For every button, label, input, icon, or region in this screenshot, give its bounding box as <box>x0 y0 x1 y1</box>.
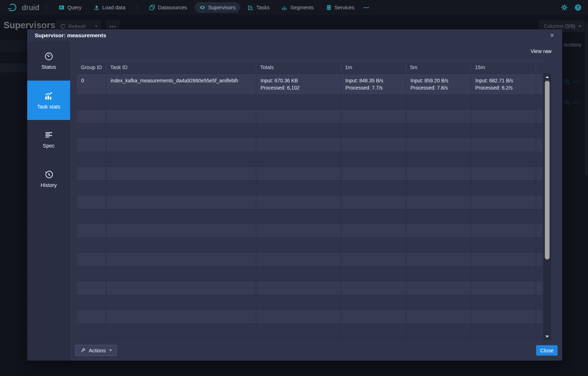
empty-row <box>77 266 543 281</box>
align-left-icon <box>44 131 53 140</box>
column-header: Totals <box>256 61 341 73</box>
empty-row <box>77 238 543 252</box>
empty-rows <box>77 95 543 338</box>
dialog-title: Supervisor: measurements <box>35 32 106 39</box>
empty-row <box>77 324 543 338</box>
nav-item-label: Datasources <box>158 5 187 10</box>
empty-row <box>77 109 543 123</box>
empty-row <box>77 223 543 238</box>
nav-item-label: Tasks <box>256 5 269 10</box>
dialog-footer: Actions Close <box>70 340 562 361</box>
console-icon <box>59 5 64 10</box>
nav-item-label: Load data <box>102 5 126 10</box>
nav-item-tasks[interactable]: Tasks <box>243 2 274 13</box>
brand-name: druid <box>22 3 39 12</box>
nav-item-segments[interactable]: Segments <box>277 2 318 13</box>
nav-divider <box>137 4 137 11</box>
nav-divider <box>47 4 47 11</box>
nav-item-services[interactable]: Services <box>321 2 359 13</box>
tab-task-stats[interactable]: Task stats <box>27 81 70 120</box>
nav-item-label: Supervisors <box>208 5 236 10</box>
tab-label: History <box>40 182 57 188</box>
view-raw-link[interactable]: View raw <box>530 48 551 54</box>
nav-right-icons: ? <box>561 4 583 11</box>
actions-label: Actions <box>89 348 106 353</box>
top-nav: druid Query Load data Datasources <box>0 0 588 15</box>
gantt-icon <box>248 5 253 10</box>
bar-chart-icon <box>282 5 287 10</box>
nav-item-label: Segments <box>290 5 314 10</box>
datasources-icon <box>149 5 155 10</box>
nav-more-icon[interactable]: ••• <box>360 3 372 13</box>
dialog-sidebar: Status Task stats Spe <box>27 41 70 361</box>
dialog-header: Supervisor: measurements ✕ <box>27 29 562 41</box>
druid-logo-icon <box>8 3 19 12</box>
eye-icon <box>199 5 205 10</box>
wrench-icon <box>80 348 86 353</box>
task-stats-table: Group ID Task ID Totals 1m 5m 15m 0 inde… <box>77 61 543 338</box>
tab-label: Spec <box>43 143 54 149</box>
table-scrollbar[interactable] <box>543 73 551 340</box>
nav-item-datasources[interactable]: Datasources <box>145 2 191 13</box>
empty-row <box>77 252 543 266</box>
tab-label: Status <box>41 64 56 70</box>
empty-row <box>77 95 543 109</box>
column-header: 1m <box>341 61 406 73</box>
scroll-up-arrow[interactable] <box>543 74 551 80</box>
history-icon <box>44 170 53 179</box>
empty-row <box>77 166 543 180</box>
nav-item-label: Services <box>335 5 355 10</box>
empty-row <box>77 123 543 138</box>
empty-row <box>77 195 543 209</box>
chevron-down-icon <box>109 350 112 351</box>
timeline-bar-chart-icon <box>44 91 53 101</box>
nav-item-label: Query <box>67 5 82 10</box>
column-header: Task ID <box>106 61 256 73</box>
actions-button[interactable]: Actions <box>75 345 117 356</box>
help-icon[interactable]: ? <box>574 4 582 11</box>
table-header-row: Group ID Task ID Totals 1m 5m 15m <box>77 61 543 73</box>
nav-item-query[interactable]: Query <box>54 2 86 13</box>
gear-icon[interactable] <box>561 4 568 11</box>
rate-1m-cell: Input: 848.35 B/s Processed: 7.7/s <box>341 74 406 95</box>
close-button[interactable]: Close <box>536 345 558 356</box>
table-row: 0 index_kafka_measurements_da4a92860e55e… <box>77 73 543 95</box>
empty-row <box>77 281 543 295</box>
tab-label: Task stats <box>37 104 60 110</box>
empty-row <box>77 209 543 223</box>
nav-item-load-data[interactable]: Load data <box>89 2 130 13</box>
scroll-down-arrow[interactable] <box>543 334 551 339</box>
druid-logo: druid <box>8 3 39 12</box>
svg-text:?: ? <box>577 5 579 10</box>
close-icon[interactable]: ✕ <box>548 31 556 39</box>
task-id-cell: index_kafka_measurements_da4a92860e55e5f… <box>106 74 256 95</box>
rate-15m-cell: Input: 682.71 B/s Processed: 6.2/s <box>471 74 536 95</box>
empty-row <box>77 138 543 152</box>
column-header: Group ID <box>77 61 106 73</box>
totals-cell: Input: 670.36 KB Processed: 6,102 <box>256 74 341 95</box>
database-icon <box>326 5 332 10</box>
column-header: 15m <box>471 61 536 73</box>
tab-history[interactable]: History <box>27 159 70 199</box>
empty-row <box>77 180 543 195</box>
group-id-cell: 0 <box>77 74 106 95</box>
rate-5m-cell: Input: 859.20 B/s Processed: 7.8/s <box>406 74 471 95</box>
empty-row <box>77 295 543 309</box>
tab-status[interactable]: Status <box>27 41 70 81</box>
dialog-body: View raw Group ID Task ID Totals 1m 5m 1… <box>70 41 562 361</box>
column-header: 5m <box>406 61 471 73</box>
upload-icon <box>94 5 99 10</box>
supervisor-dialog: Supervisor: measurements ✕ Status <box>27 29 562 361</box>
druid-console: druid Query Load data Datasources <box>0 0 588 376</box>
table-scrollbar-thumb[interactable] <box>545 81 550 260</box>
empty-row <box>77 309 543 324</box>
empty-row <box>77 152 543 166</box>
nav-item-supervisors[interactable]: Supervisors <box>195 2 240 13</box>
tab-spec[interactable]: Spec <box>27 120 70 159</box>
dashboard-icon <box>44 52 53 61</box>
